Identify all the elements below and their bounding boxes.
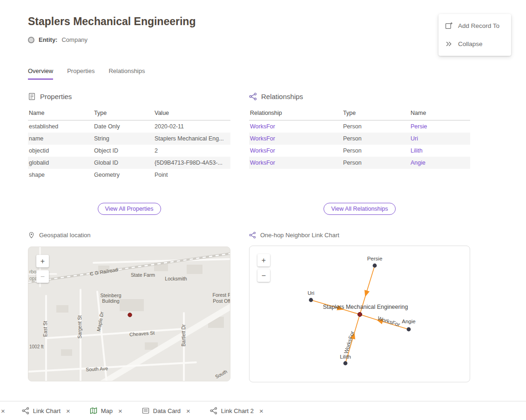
relationships-table-header: Relationship Type Name <box>249 106 470 120</box>
node-lilith[interactable] <box>344 361 348 366</box>
menu-item-label: Collapse <box>458 40 483 47</box>
relationship-link[interactable]: WorksFor <box>250 135 275 142</box>
tab-relationships[interactable]: Relationships <box>108 67 145 80</box>
relationships-section-title: Relationships <box>261 93 303 100</box>
close-tab-icon[interactable]: × <box>186 407 190 415</box>
prop-value: 2020-02-11 <box>154 120 230 133</box>
map-canvas[interactable]: rbour opaedics C G Railroad State Farm L… <box>28 247 230 381</box>
zoom-out-button[interactable]: − <box>36 270 49 283</box>
link-chart-section-title: One-hop Neighbor Link Chart <box>260 232 339 239</box>
prop-type: Global ID <box>93 157 154 169</box>
zoom-in-button[interactable]: + <box>36 255 49 267</box>
prop-value: Point <box>154 169 230 181</box>
rel-type: Person <box>342 157 410 169</box>
related-entity-link[interactable]: Persie <box>411 123 427 130</box>
tab-properties[interactable]: Properties <box>67 67 94 80</box>
tab-overview[interactable]: Overview <box>28 67 53 80</box>
view-tab-map[interactable]: Map × <box>82 401 130 420</box>
view-all-relationships-button[interactable]: View All Relationships <box>324 203 395 215</box>
node-uri[interactable] <box>309 298 313 302</box>
close-tab-icon[interactable]: × <box>259 407 263 415</box>
geospatial-section-header: Geospatial location <box>28 232 91 239</box>
properties-table-header: Name Type Value <box>28 106 230 120</box>
map-label: Building <box>102 298 119 304</box>
edge-label: WorksFor <box>343 330 355 354</box>
menu-item-collapse[interactable]: Collapse <box>438 35 511 53</box>
relationship-link[interactable]: WorksFor <box>250 123 275 130</box>
related-entity-link[interactable]: Lilith <box>411 147 423 154</box>
rel-type: Person <box>342 120 410 133</box>
map-label: State Farm <box>131 272 155 278</box>
link-chart-section-header: One-hop Neighbor Link Chart <box>249 232 339 239</box>
view-tab-label: Map <box>101 407 113 414</box>
table-row: established Date Only 2020-02-11 <box>28 120 230 133</box>
view-tab-label: Link Chart <box>33 407 61 414</box>
related-entity-link[interactable]: Uri <box>411 135 418 142</box>
table-row: objectid Object ID 2 <box>28 145 230 157</box>
node-label: Lilith <box>340 354 351 360</box>
relationship-link[interactable]: WorksFor <box>250 160 275 166</box>
map-label: Post Offic <box>213 298 230 304</box>
link-chart-icon <box>22 407 29 414</box>
properties-section-header: Properties <box>28 93 72 100</box>
center-node-label: Staplers Mechanical Engineering <box>323 304 408 310</box>
link-chart-icon <box>249 232 256 239</box>
data-card-icon <box>142 407 149 414</box>
relationship-link[interactable]: WorksFor <box>250 147 275 154</box>
node-angie[interactable] <box>407 327 411 332</box>
menu-item-add-record-to[interactable]: Add Record To <box>438 17 511 35</box>
prop-value: {5D9B4713-F98D-4A53-... <box>154 157 230 169</box>
close-tab-icon[interactable]: × <box>66 407 70 415</box>
map-label: Sargent St <box>77 315 82 339</box>
node-center[interactable] <box>357 312 362 316</box>
zoom-in-button[interactable]: + <box>257 254 270 267</box>
prop-name: objectid <box>28 145 93 157</box>
close-tab-icon[interactable]: × <box>0 407 10 415</box>
close-tab-icon[interactable]: × <box>118 407 122 415</box>
map-marker[interactable] <box>128 313 132 317</box>
view-tab-data-card[interactable]: Data Card × <box>135 401 198 420</box>
related-entity-link[interactable]: Angie <box>411 160 425 166</box>
node-persie[interactable] <box>373 264 377 268</box>
relationships-section-header: Relationships <box>249 93 303 100</box>
node-label: Persie <box>367 256 383 261</box>
collapse-icon <box>445 40 453 48</box>
link-chart-canvas[interactable]: Persie Uri Angie Lilith Staplers Mechani… <box>249 246 470 382</box>
map-graphics <box>28 247 230 381</box>
table-row: shape Geometry Point <box>28 169 230 181</box>
map-zoom-controls: + − <box>36 255 49 283</box>
view-tab-link-chart[interactable]: Link Chart × <box>14 401 78 420</box>
node-label: Uri <box>308 290 315 296</box>
relationships-icon <box>249 93 257 100</box>
view-tab-label: Link Chart 2 <box>221 407 254 414</box>
map-label: Steinberg <box>101 293 121 298</box>
rel-type: Person <box>342 133 410 145</box>
col-value: Value <box>154 106 230 120</box>
chart-zoom-controls: + − <box>257 254 270 282</box>
map-label: Bartlett Dr <box>181 324 186 346</box>
menu-item-label: Add Record To <box>458 22 499 29</box>
view-all-properties-button[interactable]: View All Properties <box>98 203 161 215</box>
zoom-out-button[interactable]: − <box>257 269 270 282</box>
properties-table: Name Type Value established Date Only 20… <box>28 106 230 181</box>
table-row: WorksFor Person Uri <box>249 133 470 145</box>
map-icon <box>90 407 97 414</box>
view-tab-label: Data Card <box>153 407 181 414</box>
prop-type: String <box>93 133 154 145</box>
prop-value: 2 <box>154 145 230 157</box>
table-row: WorksFor Person Persie <box>249 120 470 133</box>
prop-name: name <box>28 133 93 145</box>
map-label: Locksmith <box>165 276 187 281</box>
col-name: Name <box>410 106 470 120</box>
entity-value: Company <box>61 36 88 43</box>
col-type: Type <box>93 106 154 120</box>
entity-row: Entity: Company <box>28 36 88 43</box>
prop-name: shape <box>28 169 93 181</box>
prop-value: Staplers Mechanical Eng... <box>154 133 230 145</box>
prop-type: Object ID <box>93 145 154 157</box>
map-label: South Ave <box>86 366 108 372</box>
table-row: globalid Global ID {5D9B4713-F98D-4A53-.… <box>28 157 230 169</box>
properties-section-title: Properties <box>40 93 72 100</box>
view-tab-link-chart-2[interactable]: Link Chart 2 × <box>202 401 271 420</box>
link-chart-icon <box>210 407 217 414</box>
